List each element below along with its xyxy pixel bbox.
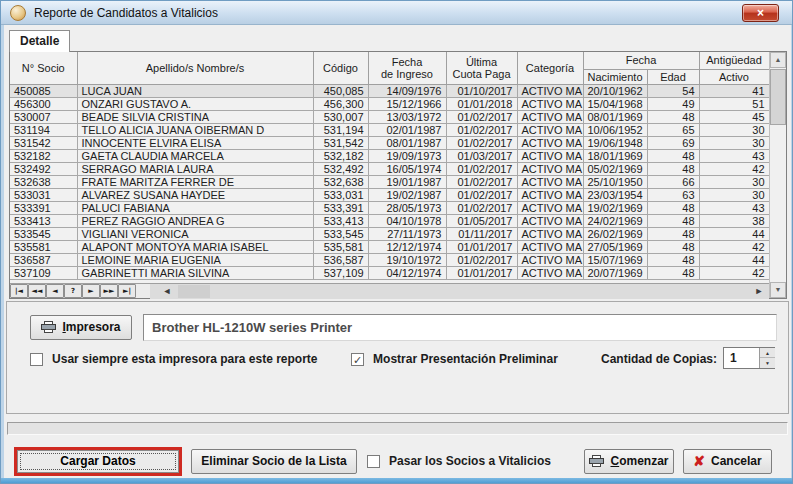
grid-cell: 69 — [647, 136, 699, 149]
grid-cell: 49 — [647, 97, 699, 110]
table-row[interactable]: 532492SERRAGO MARIA LAURA532,49216/05/19… — [10, 162, 769, 175]
table-row[interactable]: 535581ALAPONT MONTOYA MARIA ISABEL535,58… — [10, 240, 769, 253]
grid-cell: 456300 — [10, 97, 77, 110]
grid-cell: 48 — [647, 266, 699, 279]
table-row[interactable]: 536587LEMOINE MARIA EUGENIA536,58719/10/… — [10, 253, 769, 266]
cancel-button[interactable]: ✘Cancelar — [683, 449, 772, 474]
grid-cell: 01/02/2017 — [446, 188, 517, 201]
grid-cell: 25/10/1950 — [583, 175, 647, 188]
table-row[interactable]: 532638FRATE MARITZA FERRER DE532,63819/0… — [10, 175, 769, 188]
grid-cell: 456,300 — [313, 97, 368, 110]
always-printer-checkbox[interactable]: Usar siempre esta impresora para este re… — [30, 352, 318, 366]
grid-cell: 01/11/2017 — [446, 227, 517, 240]
printer-button[interactable]: Impresora — [30, 315, 132, 340]
col-header-antiguedad[interactable]: Antigüedad — [699, 52, 769, 69]
printer-name-field[interactable]: Brother HL-1210W series Printer — [143, 314, 777, 341]
table-row[interactable]: 532182GAETA CLAUDIA MARCELA532,18219/09/… — [10, 149, 769, 162]
table-row[interactable]: 456300ONZARI GUSTAVO A.456,30015/12/1966… — [10, 97, 769, 110]
grid-cell: ACTIVO MA — [517, 201, 583, 214]
scroll-left-icon[interactable]: ◄ — [158, 284, 176, 299]
table-row[interactable]: 450085LUCA JUAN450,08514/09/197601/10/20… — [10, 84, 769, 97]
grid-cell: 14/09/1976 — [368, 84, 446, 97]
table-row[interactable]: 533391PALUCI FABIANA533,39128/05/197301/… — [10, 201, 769, 214]
grid-cell: 05/02/1969 — [583, 162, 647, 175]
grid-cell: ACTIVO MA — [517, 162, 583, 175]
horizontal-scrollbar[interactable]: ◄ ► — [150, 284, 769, 299]
horizontal-scroll-thumb[interactable] — [178, 285, 210, 298]
grid-cell: 01/03/2017 — [446, 149, 517, 162]
table-row[interactable]: 533545VIGLIANI VERONICA533,54527/11/1973… — [10, 227, 769, 240]
scroll-down-icon[interactable]: ▼ — [770, 282, 786, 298]
window-title: Reporte de Candidatos a Vitalicios — [34, 6, 218, 20]
grid-cell: 532638 — [10, 175, 77, 188]
table-row[interactable]: 531194TELLO ALICIA JUANA OIBERMAN D531,1… — [10, 123, 769, 136]
grid-cell: 532,492 — [313, 162, 368, 175]
table-row[interactable]: 533031ALVAREZ SUSANA HAYDEE533,03119/02/… — [10, 188, 769, 201]
table-row[interactable]: 537109GABRINETTI MARIA SILVINA537,10904/… — [10, 266, 769, 279]
grid-cell: 536,587 — [313, 253, 368, 266]
grid-cell: 65 — [647, 123, 699, 136]
col-header-cuota[interactable]: Última Cuota Paga — [446, 52, 517, 84]
grid-cell: 66 — [647, 175, 699, 188]
grid-cell: 27/11/1973 — [368, 227, 446, 240]
nav-prior-page-button[interactable]: ◄◄ — [28, 284, 46, 298]
col-header-edad[interactable]: Edad — [647, 69, 699, 84]
grid-cell: ACTIVO MA — [517, 214, 583, 227]
table-row[interactable]: 531542INNOCENTE ELVIRA ELISA531,54208/01… — [10, 136, 769, 149]
scroll-up-icon[interactable]: ▲ — [770, 52, 786, 68]
grid-cell: 10/06/1952 — [583, 123, 647, 136]
col-header-categoria[interactable]: Categoría — [517, 52, 583, 84]
print-options-panel: Impresora Brother HL-1210W series Printe… — [6, 301, 789, 414]
table-row[interactable]: 533413PEREZ RAGGIO ANDREA G533,41304/10/… — [10, 214, 769, 227]
nav-next-page-button[interactable]: ►► — [100, 284, 118, 298]
grid-cell: 51 — [699, 97, 769, 110]
nav-prior-button[interactable]: ◄ — [46, 284, 64, 298]
table-row[interactable]: 530007BEADE SILVIA CRISTINA530,00713/03/… — [10, 110, 769, 123]
nav-last-button[interactable]: ►| — [118, 284, 136, 298]
copies-spinner[interactable]: 1 ▲ ▼ — [723, 347, 775, 369]
checkbox-box[interactable]: ✓ — [351, 353, 364, 366]
scroll-right-icon[interactable]: ► — [750, 284, 768, 299]
grid-cell: 19/09/1973 — [368, 149, 446, 162]
grid-cell: 30 — [699, 188, 769, 201]
close-button[interactable]: × — [742, 4, 779, 22]
start-button-label: omenzar — [619, 454, 668, 468]
grid-cell: 01/10/2017 — [446, 84, 517, 97]
start-button[interactable]: Comenzar — [584, 449, 674, 474]
copies-value[interactable]: 1 — [730, 351, 737, 365]
navigator-buttons: |◄◄◄◄?►►►►| — [10, 284, 136, 296]
col-header-ingreso[interactable]: Fecha de Ingreso — [368, 52, 446, 84]
col-header-codigo[interactable]: Código — [313, 52, 368, 84]
nav-search-button[interactable]: ? — [64, 284, 82, 298]
grid-cell: LEMOINE MARIA EUGENIA — [77, 253, 313, 266]
grid-cell: 02/01/1987 — [368, 123, 446, 136]
grid-body: 450085LUCA JUAN450,08514/09/197601/10/20… — [10, 84, 769, 279]
grid-cell: ACTIVO MA — [517, 123, 583, 136]
grid-cell: TELLO ALICIA JUANA OIBERMAN D — [77, 123, 313, 136]
col-header-socio[interactable]: N° Socio — [10, 52, 77, 84]
grid-cell: 48 — [647, 253, 699, 266]
spinner-down-icon[interactable]: ▼ — [760, 358, 775, 368]
pass-to-vitalicios-checkbox[interactable]: Pasar los Socios a Vitalicios — [367, 454, 551, 468]
nav-next-button[interactable]: ► — [82, 284, 100, 298]
grid-cell: 01/01/2018 — [446, 97, 517, 110]
grid-cell: 28/05/1973 — [368, 201, 446, 214]
col-header-activo[interactable]: Activo — [699, 69, 769, 84]
load-data-button[interactable]: Cargar Datos — [17, 450, 179, 473]
nav-first-button[interactable]: |◄ — [10, 284, 28, 298]
col-header-nacimiento[interactable]: Nacimiento — [583, 69, 647, 84]
vertical-scroll-thumb[interactable] — [770, 69, 786, 125]
grid-cell: 44 — [699, 253, 769, 266]
tab-detalle[interactable]: Detalle — [9, 30, 70, 52]
grid-cell: 20/10/1962 — [583, 84, 647, 97]
cancel-x-icon: ✘ — [693, 453, 705, 469]
checkbox-box[interactable] — [367, 455, 380, 468]
remove-member-button[interactable]: Eliminar Socio de la Lista — [191, 449, 357, 474]
vertical-scrollbar[interactable]: ▲ ▼ — [769, 52, 786, 298]
grid-cell: ACTIVO MA — [517, 97, 583, 110]
col-header-nombre[interactable]: Apellido/s Nombre/s — [77, 52, 313, 84]
grid-cell: ONZARI GUSTAVO A. — [77, 97, 313, 110]
spinner-up-icon[interactable]: ▲ — [760, 348, 775, 358]
grid-cell: 44 — [699, 227, 769, 240]
checkbox-box[interactable] — [30, 353, 43, 366]
